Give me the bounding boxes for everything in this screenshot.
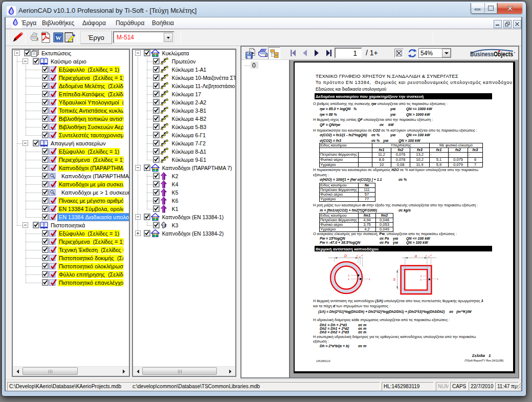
svg-text:λ: λ [368,278,370,281]
svg-text:d: d [426,255,427,257]
svg-text:λ: λ [348,274,349,277]
svg-text:d: d [430,254,432,257]
svg-text:λ: λ [348,278,349,281]
svg-text:b: b [393,278,395,281]
svg-text:BusinessObjects: BusinessObjects [470,51,513,58]
svg-text:a: a [415,254,417,258]
svg-text:D: D [344,254,347,258]
svg-text:d: d [357,255,358,257]
svg-text:λ: λ [437,278,438,281]
svg-text:W: W [56,35,61,41]
svg-text:λ: λ [420,275,422,278]
svg-text:d: d [362,254,363,257]
svg-text:λ: λ [420,279,422,281]
